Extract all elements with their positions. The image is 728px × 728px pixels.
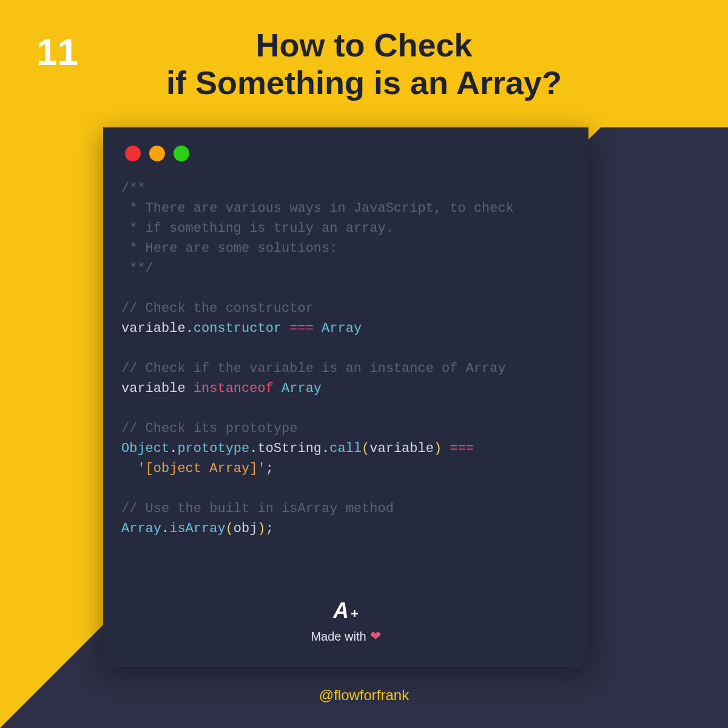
code-token: ( bbox=[362, 441, 369, 456]
logo-plus: + bbox=[351, 606, 359, 622]
code-comment: /** * There are various ways in JavaScri… bbox=[121, 181, 514, 276]
code-token: . bbox=[186, 321, 194, 336]
code-token: prototype bbox=[177, 441, 249, 456]
code-token: . bbox=[161, 521, 169, 536]
code-token: === bbox=[281, 321, 322, 336]
made-with-text: Made with bbox=[311, 630, 366, 644]
code-comment: // Check the constructor bbox=[121, 301, 314, 316]
code-comment: // Check its prototype bbox=[121, 421, 297, 436]
code-token: variable bbox=[369, 441, 434, 456]
code-token: ) bbox=[257, 521, 265, 536]
code-token: ) bbox=[434, 441, 442, 456]
close-icon[interactable] bbox=[125, 146, 141, 161]
logo-letter: A bbox=[333, 598, 348, 624]
code-token: '[object Array]' bbox=[137, 461, 265, 476]
page-title: How to Check if Something is an Array? bbox=[166, 26, 562, 101]
code-token: ; bbox=[266, 521, 274, 536]
code-token: Array bbox=[121, 521, 161, 536]
code-token: obj bbox=[234, 521, 258, 536]
code-token: . bbox=[249, 441, 257, 456]
social-handle[interactable]: @flowforfrank bbox=[0, 687, 728, 704]
title-strip: How to Check if Something is an Array? bbox=[0, 0, 728, 127]
code-token: instanceof bbox=[186, 381, 281, 396]
code-token: constructor bbox=[194, 321, 281, 336]
code-editor-window: /** * There are various ways in JavaScri… bbox=[103, 127, 588, 667]
minimize-icon[interactable] bbox=[149, 146, 165, 161]
code-token: ; bbox=[266, 461, 274, 476]
heart-icon: ❤ bbox=[370, 629, 381, 644]
code-token: ( bbox=[226, 521, 234, 536]
code-token: . bbox=[169, 441, 177, 456]
code-token: toString bbox=[257, 441, 322, 456]
code-token: variable bbox=[121, 381, 186, 396]
code-token: . bbox=[322, 441, 329, 456]
code-token: Array bbox=[322, 321, 362, 336]
code-token: Array bbox=[281, 381, 322, 396]
code-token: Object bbox=[121, 441, 169, 456]
slide-number: 11 bbox=[36, 30, 78, 73]
code-token: isArray bbox=[169, 521, 225, 536]
code-token: variable bbox=[121, 321, 186, 336]
code-block: /** * There are various ways in JavaScri… bbox=[121, 178, 570, 539]
code-comment: // Check if the variable is an instance … bbox=[121, 361, 506, 376]
code-token: === bbox=[442, 441, 474, 456]
code-token: call bbox=[329, 441, 362, 456]
maximize-icon[interactable] bbox=[174, 146, 189, 161]
made-with-label: Made with ❤ bbox=[311, 629, 380, 644]
code-comment: // Use the built in isArray method bbox=[121, 501, 394, 516]
window-controls bbox=[125, 146, 570, 161]
brand-logo: A + bbox=[333, 598, 359, 624]
editor-footer: A + Made with ❤ bbox=[103, 598, 588, 644]
